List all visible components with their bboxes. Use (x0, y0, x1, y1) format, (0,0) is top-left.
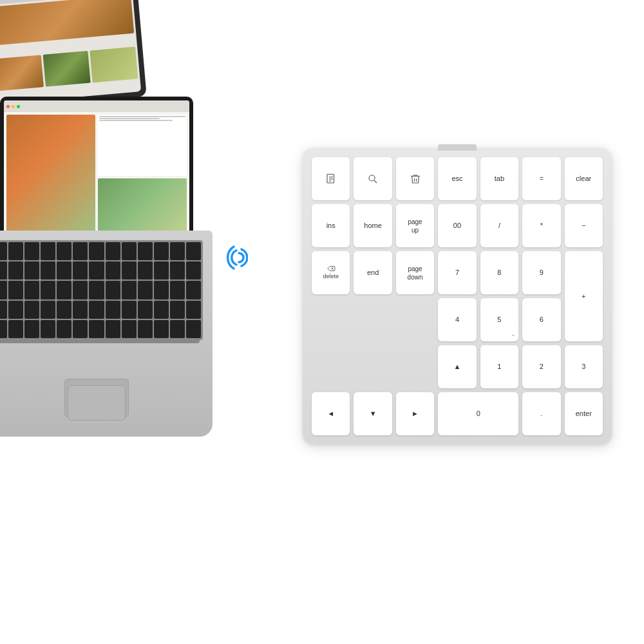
key-trash[interactable] (396, 157, 434, 200)
key-esc[interactable]: esc (438, 157, 476, 200)
key-end[interactable]: end (354, 251, 392, 294)
key-8[interactable]: 8 (480, 251, 518, 294)
key-empty2[interactable] (354, 298, 392, 341)
key-9[interactable]: 9 (522, 251, 560, 294)
key-5[interactable]: 5− (480, 298, 518, 341)
macbook-screen (4, 100, 189, 234)
ipad-body (0, 0, 141, 104)
key-plus[interactable]: + (565, 251, 603, 341)
key-equals[interactable]: = (522, 157, 560, 200)
ipad-device (0, 0, 147, 109)
key-right[interactable]: ► (396, 392, 434, 435)
key-divide[interactable]: / (480, 204, 518, 247)
key-page-down[interactable]: pagedown (396, 251, 434, 294)
key-3[interactable]: 3 (565, 345, 603, 388)
key-doc[interactable] (312, 157, 350, 200)
key-down[interactable]: ▼ (354, 392, 392, 435)
key-1[interactable]: 1 (480, 345, 518, 388)
key-6[interactable]: 6 (522, 298, 560, 341)
key-left[interactable]: ◄ (312, 392, 350, 435)
svg-line-5 (374, 180, 377, 183)
bluetooth-signal (216, 242, 248, 274)
numpad-connector (438, 144, 477, 151)
macbook-screen-outer (0, 97, 193, 238)
key-00[interactable]: 00 (438, 204, 476, 247)
key-multiply[interactable]: * (522, 204, 560, 247)
key-empty1[interactable] (312, 298, 350, 341)
key-up[interactable]: ▲ (438, 345, 476, 388)
numpad: esctab=clearinshomepageup00/*−deleteendp… (303, 148, 612, 444)
key-empty5[interactable] (354, 345, 392, 388)
macbook: // Will be rendered via JS below (0, 97, 238, 515)
ipad-screen (0, 0, 141, 104)
key-delete[interactable]: delete (312, 251, 350, 294)
bluetooth-waves-icon (216, 242, 248, 274)
svg-point-4 (369, 175, 375, 181)
macbook-base: // Will be rendered via JS below (0, 231, 213, 437)
key-7[interactable]: 7 (438, 251, 476, 294)
key-clear[interactable]: clear (565, 157, 603, 200)
scene: // Will be rendered via JS below esctab=… (0, 0, 644, 644)
key-empty4[interactable] (312, 345, 350, 388)
key-4[interactable]: 4 (438, 298, 476, 341)
key-0[interactable]: 0 (438, 392, 518, 435)
key-dot[interactable]: . (522, 392, 560, 435)
key-minus[interactable]: − (565, 204, 603, 247)
key-empty3[interactable] (396, 298, 434, 341)
macbook-touchpad (68, 385, 126, 421)
key-2[interactable]: 2 (522, 345, 560, 388)
key-home[interactable]: home (354, 204, 392, 247)
key-empty6[interactable] (396, 345, 434, 388)
key-enter[interactable]: enter (565, 392, 603, 435)
key-search[interactable] (354, 157, 392, 200)
svg-rect-0 (327, 174, 334, 183)
key-ins[interactable]: ins (312, 204, 350, 247)
key-page-up[interactable]: pageup (396, 204, 434, 247)
key-tab[interactable]: tab (480, 157, 518, 200)
